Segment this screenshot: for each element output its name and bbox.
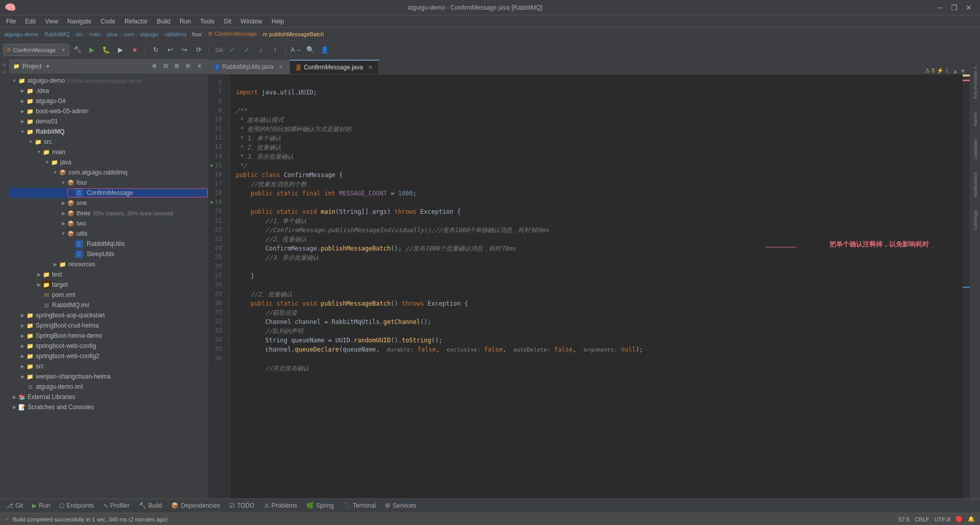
stop-button[interactable]: ■ — [129, 44, 141, 56]
bottom-tab-terminal[interactable]: ⬛ Terminal — [339, 499, 380, 512]
tree-item-iml[interactable]: ⊡ atguigu-demo.iml — [9, 382, 208, 392]
tree-arrow-target[interactable]: ▶ — [35, 282, 42, 287]
tree-item-java[interactable]: ▼ 📁 java — [9, 157, 208, 167]
tree-item-three[interactable]: ▶ 📦 three 33% classes, 30% lines covered — [9, 208, 208, 218]
bottom-tab-todo[interactable]: ☑ TODO — [225, 499, 258, 512]
breadcrumb-rabbitmq2[interactable]: rabbitmq — [164, 31, 186, 37]
scroll-down-icon[interactable]: ▼ — [960, 68, 966, 74]
tree-arrow-two[interactable]: ▶ — [60, 221, 67, 226]
bottom-tab-profiler[interactable]: ∿ Profiler — [99, 499, 134, 512]
build-button[interactable]: 🔨 — [71, 44, 84, 56]
tree-arrow-scratches[interactable]: ▶ — [11, 405, 18, 410]
menu-tools[interactable]: Tools — [196, 17, 218, 26]
menu-help[interactable]: Help — [267, 17, 288, 26]
encoding[interactable]: UTF-8 — [935, 516, 950, 522]
tree-arrow-package[interactable]: ▼ — [52, 170, 59, 175]
breadcrumb-project[interactable]: atguigu-demo — [4, 31, 38, 37]
tree-arrow-root[interactable]: ▼ — [11, 78, 18, 83]
tree-item-crud[interactable]: ▶ 📁 SpringBoot-crud-heima — [9, 320, 208, 331]
git-commit-button[interactable]: ✓ — [226, 44, 238, 56]
tree-arrow-src[interactable]: ▼ — [27, 139, 34, 144]
tree-item-root[interactable]: ▼ 📁 atguigu-demo E:\idea-workspace\atgui… — [9, 76, 208, 86]
bottom-tab-git[interactable]: ⎇ Git — [2, 499, 27, 512]
tab-close-rabbitmqutils[interactable]: ✕ — [279, 64, 283, 70]
redo-button[interactable]: ↪ — [178, 44, 190, 56]
tree-arrow-four[interactable]: ▼ — [60, 180, 67, 185]
bottom-tab-build[interactable]: 🔨 Build — [135, 499, 166, 512]
tree-item-idea[interactable]: ▶ 📁 .idea — [9, 86, 208, 96]
tree-arrow-web-config[interactable]: ▶ — [19, 343, 26, 348]
tree-item-one[interactable]: ▶ 📦 one — [9, 198, 208, 208]
tree-arrow-one[interactable]: ▶ — [60, 201, 67, 206]
tree-arrow-src2[interactable]: ▶ — [19, 364, 26, 369]
maximize-button[interactable]: ❐ — [947, 0, 962, 15]
tree-item-web-config[interactable]: ▶ 📁 springboot-web-config — [9, 341, 208, 351]
sync-button[interactable]: ↻ — [150, 44, 162, 56]
tree-item-scratches[interactable]: ▶ 📝 Scratches and Consoles — [9, 402, 208, 412]
tree-arrow-springboot-aop[interactable]: ▶ — [19, 313, 26, 318]
tree-item-web-config2[interactable]: ▶ 📁 springboot-web-config2 — [9, 351, 208, 361]
tree-item-sleeputils[interactable]: C SleepUtils — [9, 249, 208, 259]
tree-item-heima-demo[interactable]: ▶ 📁 SpringBoot-heima-demo — [9, 331, 208, 341]
breadcrumb-main[interactable]: main — [89, 31, 102, 37]
tree-item-rabbitmqxml[interactable]: ⊡ RabbitMQ.iml — [9, 300, 208, 310]
scroll-to-source-button[interactable]: ⊞ — [172, 62, 181, 71]
breadcrumb-com[interactable]: com — [124, 31, 134, 37]
breadcrumb-atguigu[interactable]: atguigu — [140, 31, 158, 37]
settings-button[interactable]: 👤 — [318, 44, 331, 56]
tree-item-two[interactable]: ▶ 📦 two — [9, 218, 208, 229]
tree-arrow-utils[interactable]: ▼ — [60, 231, 67, 236]
expand-all-button[interactable]: ⊕ — [150, 62, 159, 71]
tree-item-test[interactable]: ▶ 📁 test — [9, 269, 208, 280]
menu-git[interactable]: Git — [219, 17, 235, 26]
breadcrumb-src[interactable]: src — [76, 31, 83, 37]
project-panel-icon[interactable]: P — [2, 61, 7, 68]
tree-arrow-crud[interactable]: ▶ — [19, 323, 26, 328]
minimize-button[interactable]: ─ — [934, 0, 947, 15]
tree-arrow-test[interactable]: ▶ — [35, 272, 42, 277]
tree-arrow-three[interactable]: ▶ — [60, 211, 67, 216]
menu-run[interactable]: Run — [176, 17, 195, 26]
menu-edit[interactable]: Edit — [21, 17, 40, 26]
gutter-marker-2[interactable] — [963, 80, 970, 81]
tree-arrow-web-config2[interactable]: ▶ — [19, 354, 26, 359]
run-button[interactable]: ▶ — [86, 44, 98, 56]
tree-arrow-external[interactable]: ▶ — [11, 394, 18, 399]
maven-tab[interactable]: Maven — [973, 106, 978, 132]
tab-rabbitmqutils[interactable]: J RabbitMqUtils.java ✕ — [208, 60, 290, 74]
run-arrow-19[interactable]: ▶ — [211, 198, 214, 207]
project-dropdown-icon[interactable]: ▼ — [45, 64, 50, 69]
tree-arrow-heima-demo[interactable]: ▶ — [19, 333, 26, 338]
bottom-tab-services[interactable]: ⚙ Services — [381, 499, 420, 512]
git-update-button[interactable]: ↑ — [269, 44, 281, 56]
key-promoter-tab[interactable]: Key Promoter X — [973, 60, 978, 105]
tree-arrow-idea[interactable]: ▶ — [19, 88, 26, 93]
tree-item-target[interactable]: ▶ 📁 target — [9, 280, 208, 290]
collapse-all-button[interactable]: ⊟ — [161, 62, 170, 71]
cursor-position[interactable]: 57:6 — [899, 516, 910, 522]
tree-item-demo01[interactable]: ▶ 📁 demo01 — [9, 116, 208, 127]
tree-item-atguigu-git[interactable]: ▶ 📁 atguigu-Git — [9, 96, 208, 106]
tree-item-external[interactable]: ▶ 📚 External Libraries — [9, 392, 208, 402]
bottom-tab-run[interactable]: ▶ Run — [28, 499, 54, 512]
close-button[interactable]: ✕ — [962, 0, 976, 15]
tree-item-confirmmessage[interactable]: C ConfirmMessage — [9, 188, 208, 198]
menu-refactor[interactable]: Refactor — [120, 17, 152, 26]
breadcrumb-method[interactable]: m publishMessageBatch — [263, 31, 324, 37]
reload-button[interactable]: ⟳ — [192, 44, 205, 56]
tree-item-rabbitmqutils[interactable]: C RabbitMqUtils — [9, 239, 208, 249]
tree-item-package[interactable]: ▼ 📦 com.atguigu.rabbitmq — [9, 167, 208, 178]
menu-file[interactable]: File — [2, 17, 20, 26]
translate-button[interactable]: A→ — [290, 44, 302, 56]
tree-item-springboot-aop[interactable]: ▶ 📁 springboot-aop-quickstart — [9, 310, 208, 320]
notifications-tab[interactable]: Notifications — [973, 166, 978, 203]
database-tab[interactable]: Database — [973, 133, 978, 165]
tree-arrow-rabbitmq[interactable]: ▼ — [19, 129, 26, 134]
bottom-tab-spring[interactable]: 🌿 Spring — [302, 499, 338, 512]
tab-close-confirmmessage[interactable]: ✕ — [368, 64, 373, 71]
tree-item-pom[interactable]: 𝕄 pom.xml — [9, 290, 208, 300]
tree-item-boot-web[interactable]: ▶ 📁 boot-web-05-admin — [9, 106, 208, 116]
tree-arrow-main[interactable]: ▼ — [35, 149, 42, 155]
tab-confirmmessage[interactable]: J ConfirmMessage.java ✕ — [290, 60, 380, 74]
git-push-button[interactable]: ✓ — [240, 44, 253, 56]
